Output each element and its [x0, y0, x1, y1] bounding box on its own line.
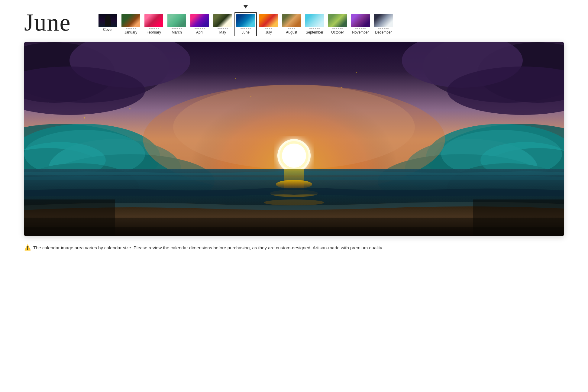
dot: [242, 28, 244, 29]
dot: [288, 28, 289, 29]
dot: [200, 28, 201, 29]
month-label-december: December: [375, 30, 392, 34]
svg-point-31: [235, 78, 236, 79]
calendar-image: [24, 42, 564, 236]
month-dots-june: [241, 28, 251, 29]
month-dots-october: [332, 28, 343, 29]
dot: [250, 28, 251, 29]
dot: [355, 28, 357, 29]
month-item-august[interactable]: August: [280, 12, 303, 36]
dot: [149, 28, 150, 29]
dot: [290, 28, 291, 29]
scene-svg: [24, 42, 564, 236]
month-label-february: February: [147, 30, 161, 34]
month-dots-december: [378, 28, 389, 29]
month-item-january[interactable]: January: [120, 12, 142, 36]
month-label-cover: Cover: [103, 28, 113, 32]
month-item-september[interactable]: September: [303, 12, 326, 36]
dot: [173, 28, 175, 29]
month-thumb-november: [351, 14, 370, 27]
dot: [227, 28, 228, 29]
month-thumb-june: [236, 14, 255, 27]
dot: [338, 28, 339, 29]
dot: [204, 28, 205, 29]
dot: [340, 28, 341, 29]
dot: [218, 28, 219, 29]
month-thumb-august: [282, 14, 301, 27]
month-label-november: November: [352, 30, 369, 34]
month-item-april[interactable]: April: [189, 12, 211, 36]
dot: [317, 28, 318, 29]
month-item-december[interactable]: December: [372, 12, 395, 36]
month-dots-august: [288, 28, 295, 29]
month-item-may[interactable]: May: [212, 12, 234, 36]
dot: [269, 28, 270, 29]
month-item-june[interactable]: June: [234, 12, 257, 36]
month-thumb-september: [305, 14, 324, 27]
dot: [311, 28, 312, 29]
month-item-july[interactable]: July: [257, 12, 280, 36]
dot: [150, 28, 152, 29]
month-thumb-october: [328, 14, 347, 27]
dot: [156, 28, 157, 29]
svg-point-26: [129, 108, 131, 109]
month-dots-september: [309, 28, 320, 29]
dot: [294, 28, 295, 29]
dot: [181, 28, 182, 29]
month-dots-january: [126, 28, 136, 29]
dot: [177, 28, 178, 29]
header: June CoverJanuaryFebruaryMarchAprilMayJu…: [0, 0, 588, 39]
month-item-october[interactable]: October: [326, 12, 349, 36]
dot: [152, 28, 153, 29]
dot: [179, 28, 180, 29]
month-strip: CoverJanuaryFebruaryMarchAprilMayJuneJul…: [97, 9, 395, 36]
month-dots-may: [218, 28, 228, 29]
dot: [378, 28, 380, 29]
dot: [129, 28, 131, 29]
dot: [292, 28, 293, 29]
dot: [363, 28, 364, 29]
title-section: June: [24, 9, 85, 36]
month-label-march: March: [172, 30, 182, 34]
dot: [198, 28, 199, 29]
dot: [202, 28, 203, 29]
month-item-february[interactable]: February: [143, 12, 165, 36]
month-thumb-july: [259, 14, 278, 27]
dot: [131, 28, 132, 29]
month-dots-april: [195, 28, 205, 29]
dot: [248, 28, 249, 29]
footer-text: The calendar image area varies by calend…: [33, 245, 383, 250]
svg-point-24: [84, 117, 85, 118]
dot: [313, 28, 314, 29]
dot: [309, 28, 311, 29]
svg-point-68: [264, 199, 324, 206]
month-thumb-march: [167, 14, 186, 27]
dot: [341, 28, 343, 29]
month-item-cover[interactable]: Cover: [97, 12, 119, 34]
page-title: June: [24, 9, 85, 36]
dot: [241, 28, 242, 29]
dot: [336, 28, 337, 29]
dot: [225, 28, 226, 29]
svg-rect-88: [473, 199, 564, 236]
main-image: [24, 42, 564, 236]
month-label-july: July: [265, 30, 272, 34]
dot: [359, 28, 360, 29]
dot: [219, 28, 221, 29]
dot: [387, 28, 389, 29]
month-label-january: January: [124, 30, 137, 34]
footer-notice: ⚠️ The calendar image area varies by cal…: [0, 239, 588, 256]
dot: [154, 28, 155, 29]
active-pointer: [243, 5, 248, 8]
dot: [128, 28, 129, 29]
dot: [126, 28, 127, 29]
month-thumb-january: [121, 14, 140, 27]
dot: [172, 28, 173, 29]
month-item-march[interactable]: March: [166, 12, 188, 36]
dot: [135, 28, 136, 29]
month-thumb-february: [144, 14, 163, 27]
svg-point-34: [356, 72, 357, 73]
month-item-november[interactable]: November: [349, 12, 372, 36]
month-dots-july: [265, 28, 272, 29]
month-label-may: May: [219, 30, 226, 34]
